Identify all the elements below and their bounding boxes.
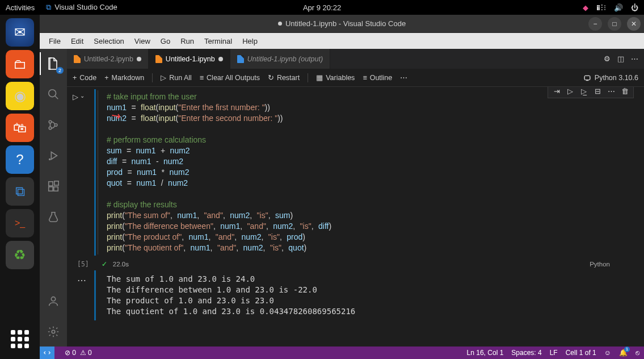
- tab-untitled2[interactable]: Untitled-2.ipynb: [67, 49, 149, 69]
- add-code-cell[interactable]: + Code: [73, 74, 96, 82]
- current-app[interactable]: ⧉Visual Studio Code: [46, 3, 117, 12]
- notifications-icon[interactable]: 🔔1: [619, 349, 628, 357]
- power-icon[interactable]: ⏻: [631, 3, 638, 12]
- dock-thunderbird[interactable]: ✉: [6, 18, 34, 47]
- output-cell: ⋯ The sum of 1.0 and 23.0 is 24.0 The di…: [67, 270, 644, 320]
- volume-icon[interactable]: 🔊: [614, 3, 623, 12]
- dock-help[interactable]: ?: [6, 145, 34, 174]
- cell-more-icon[interactable]: ⋯: [605, 87, 617, 97]
- cell-toolbar: ⇥ ▷ ▷̲ ⊟ ⋯ 🗑: [548, 87, 634, 98]
- menu-file[interactable]: File: [44, 36, 65, 47]
- indentation[interactable]: Spaces: 4: [511, 349, 541, 357]
- delete-cell-icon[interactable]: 🗑: [618, 87, 631, 97]
- svg-rect-7: [54, 187, 58, 191]
- notebook-toolbar: + Code + Markdown ▷ Run All ≡ Clear All …: [67, 69, 644, 87]
- feedback-icon[interactable]: ☺: [604, 349, 611, 357]
- menu-help[interactable]: Help: [238, 36, 262, 47]
- dock-software[interactable]: 🛍: [6, 114, 34, 142]
- more-icon[interactable]: ⋯: [400, 73, 407, 82]
- clear-outputs[interactable]: ≡ Clear All Outputs: [200, 74, 260, 82]
- code-cell[interactable]: ▷ ⌄ ↘ # take input from the user num1 = …: [67, 87, 644, 258]
- maximize-button[interactable]: □: [608, 17, 621, 31]
- run-cell-button[interactable]: ▷ ⌄: [73, 93, 85, 101]
- output-options-icon[interactable]: ⋯: [77, 275, 86, 286]
- svg-point-0: [49, 90, 56, 97]
- kernel-picker[interactable]: Python 3.10.6: [583, 74, 638, 82]
- source-control-view[interactable]: [40, 116, 67, 134]
- titlebar: Untitled-1.ipynb - Visual Studio Code − …: [40, 15, 644, 33]
- svg-point-10: [52, 330, 55, 333]
- problems[interactable]: ⊘ 0 ⚠ 0: [65, 349, 92, 357]
- tab-bar: Untitled-2.ipynb Untitled-1.ipynb Untitl…: [67, 49, 644, 69]
- svg-point-1: [49, 120, 52, 123]
- variables[interactable]: ▦ Variables: [316, 73, 355, 82]
- dirty-indicator-icon: [137, 57, 141, 61]
- run-all[interactable]: ▷ Run All: [161, 73, 192, 82]
- cell-focus-indicator: [94, 89, 96, 256]
- show-apps[interactable]: [6, 325, 34, 353]
- notebook: ⇥ ▷ ▷̲ ⊟ ⋯ 🗑 ▷ ⌄ ↘ # take input from the…: [67, 87, 644, 347]
- add-markdown-cell[interactable]: + Markdown: [104, 74, 144, 82]
- menu-edit[interactable]: Edit: [66, 36, 88, 47]
- menubar: File Edit Selection View Go Run Terminal…: [40, 33, 644, 49]
- svg-point-4: [49, 159, 50, 160]
- dock-rhythmbox[interactable]: ◉: [6, 82, 34, 110]
- svg-rect-11: [584, 76, 590, 80]
- tab-output-preview[interactable]: Untitled-1.ipynb (output): [230, 49, 330, 69]
- split-cell-icon[interactable]: ⊟: [591, 87, 604, 97]
- cursor-position[interactable]: Ln 16, Col 1: [467, 349, 504, 357]
- statusbar: ⊘ 0 ⚠ 0 Ln 16, Col 1 Spaces: 4 LF Cell 1…: [40, 347, 644, 359]
- cell-output: The sum of 1.0 and 23.0 is 24.0 The diff…: [107, 274, 616, 317]
- cell-indicator[interactable]: Cell 1 of 1: [566, 349, 596, 357]
- explorer-view[interactable]: 2: [40, 55, 67, 73]
- activity-bar: 2: [40, 49, 67, 347]
- svg-rect-6: [49, 187, 53, 191]
- exec-time: 22.0s: [113, 261, 129, 268]
- vscode-window: Untitled-1.ipynb - Visual Studio Code − …: [40, 15, 644, 359]
- dock-files[interactable]: 🗀: [6, 50, 34, 78]
- testing-view[interactable]: [40, 208, 67, 226]
- execute-above-icon[interactable]: ▷̲: [578, 87, 590, 97]
- tab-untitled1[interactable]: Untitled-1.ipynb: [149, 49, 230, 69]
- run-by-line-icon[interactable]: ⇥: [550, 87, 563, 97]
- minimize-button[interactable]: −: [588, 17, 602, 31]
- menu-selection[interactable]: Selection: [89, 36, 128, 47]
- run-debug-view[interactable]: [40, 147, 67, 165]
- prettier-icon[interactable]: ⎋: [635, 349, 639, 357]
- customize-layout-icon[interactable]: ⚙: [604, 55, 611, 63]
- search-view[interactable]: [40, 85, 67, 103]
- more-actions-icon[interactable]: ⋯: [631, 55, 638, 63]
- split-editor-icon[interactable]: ◫: [617, 55, 624, 63]
- network-icon[interactable]: �᎒⁝: [596, 3, 606, 12]
- dirty-indicator-icon: [218, 57, 223, 61]
- app-indicator-icon[interactable]: ◆: [583, 3, 588, 12]
- outline[interactable]: ≡ Outline: [363, 74, 392, 82]
- menu-go[interactable]: Go: [156, 36, 175, 47]
- extensions-view[interactable]: [40, 177, 67, 195]
- dock-vscode[interactable]: ⧉: [6, 177, 34, 206]
- svg-rect-8: [54, 181, 58, 185]
- clock[interactable]: Apr 9 20:22: [303, 3, 341, 12]
- code-editor[interactable]: # take input from the user num1 = float(…: [107, 91, 616, 253]
- settings-gear[interactable]: [40, 323, 67, 341]
- close-button[interactable]: ✕: [627, 17, 641, 31]
- accounts[interactable]: [40, 292, 67, 310]
- execution-status: [5] ✓ 22.0s Python: [67, 258, 644, 270]
- svg-point-9: [51, 297, 55, 301]
- ubuntu-dock: ✉ 🗀 ◉ 🛍 ? ⧉ >_ ♻: [0, 15, 40, 359]
- success-check-icon: ✓: [102, 260, 107, 268]
- dock-trash[interactable]: ♻: [6, 241, 34, 269]
- svg-point-2: [49, 127, 52, 130]
- remote-indicator[interactable]: [40, 347, 54, 359]
- execute-cell-icon[interactable]: ▷: [564, 87, 576, 97]
- activities[interactable]: Activities: [6, 3, 35, 12]
- dock-terminal[interactable]: >_: [6, 209, 34, 237]
- svg-rect-5: [49, 182, 53, 186]
- cell-language[interactable]: Python: [590, 261, 610, 268]
- menu-terminal[interactable]: Terminal: [200, 36, 237, 47]
- menu-view[interactable]: View: [130, 36, 155, 47]
- menu-run[interactable]: Run: [176, 36, 199, 47]
- eol[interactable]: LF: [550, 349, 558, 357]
- explorer-badge: 2: [56, 67, 64, 74]
- restart-kernel[interactable]: ↻ Restart: [268, 73, 300, 82]
